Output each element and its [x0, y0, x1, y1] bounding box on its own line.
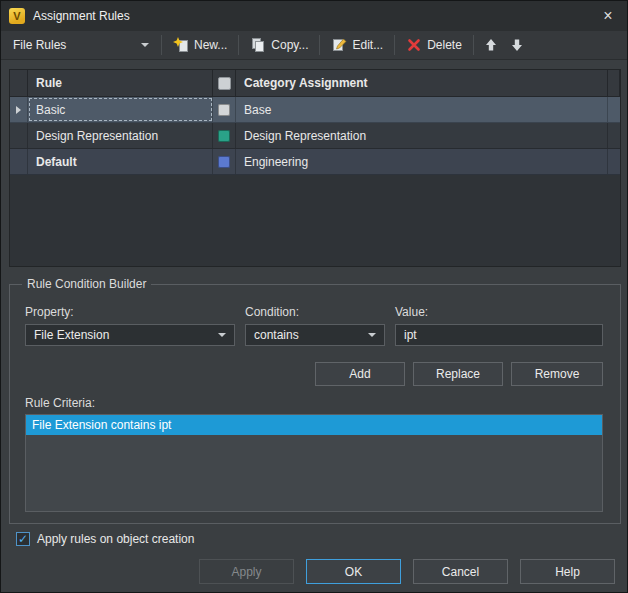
- list-item[interactable]: File Extension contains ipt: [26, 415, 602, 435]
- new-label: New...: [194, 38, 227, 52]
- condition-label: Condition:: [245, 305, 299, 319]
- toolbar-separator: [161, 35, 162, 55]
- ok-button[interactable]: OK: [306, 559, 401, 584]
- assignment-rules-dialog: V Assignment Rules × File Rules New...: [0, 0, 628, 593]
- rule-criteria-label: Rule Criteria:: [25, 396, 95, 410]
- edit-icon: [331, 37, 347, 53]
- category-color-swatch: [218, 104, 230, 116]
- chevron-down-icon: [368, 333, 376, 337]
- value-label: Value:: [395, 305, 428, 319]
- help-button[interactable]: Help: [520, 559, 615, 584]
- window-title: Assignment Rules: [33, 9, 130, 23]
- move-down-button[interactable]: [504, 33, 530, 57]
- toolbar-separator: [319, 35, 320, 55]
- copy-label: Copy...: [271, 38, 308, 52]
- current-row-indicator: [10, 97, 28, 122]
- property-dropdown[interactable]: File Extension: [25, 324, 235, 346]
- rule-cell[interactable]: Default: [28, 149, 213, 174]
- toolbar-separator: [394, 35, 395, 55]
- table-row[interactable]: Default Engineering: [10, 149, 620, 175]
- swatch-cell[interactable]: [213, 97, 236, 122]
- remove-button[interactable]: Remove: [511, 362, 603, 386]
- add-button[interactable]: Add: [315, 362, 405, 386]
- filler-cell: [608, 97, 620, 122]
- vault-logo-letter: V: [13, 10, 20, 22]
- condition-dropdown[interactable]: contains: [245, 324, 385, 346]
- category-color-swatch: [218, 130, 230, 142]
- delete-icon: [406, 37, 422, 53]
- category-cell[interactable]: Engineering: [236, 149, 608, 174]
- edit-label: Edit...: [352, 38, 383, 52]
- apply-button[interactable]: Apply: [199, 559, 294, 584]
- swatch-cell[interactable]: [213, 123, 236, 148]
- property-label: Property:: [25, 305, 74, 319]
- grid-header-row: Rule Category Assignment: [10, 70, 620, 97]
- row-selector-cell: [10, 149, 28, 174]
- category-cell[interactable]: Base: [236, 97, 608, 122]
- delete-button[interactable]: Delete: [399, 33, 469, 57]
- rule-cell[interactable]: Design Representation: [28, 123, 213, 148]
- filler-cell: [608, 149, 620, 174]
- rule-set-dropdown[interactable]: File Rules: [5, 33, 157, 57]
- property-value: File Extension: [34, 328, 109, 342]
- filler-cell: [608, 123, 620, 148]
- rule-cell[interactable]: Basic: [28, 97, 213, 122]
- value-input[interactable]: [395, 324, 603, 346]
- category-cell[interactable]: Design Representation: [236, 123, 608, 148]
- row-selector-cell: [10, 123, 28, 148]
- apply-rules-checkbox-row[interactable]: ✓ Apply rules on object creation: [16, 532, 194, 546]
- replace-button[interactable]: Replace: [413, 362, 503, 386]
- checkmark-icon: ✓: [18, 533, 28, 545]
- chevron-down-icon: [218, 333, 226, 337]
- category-color-swatch: [218, 156, 230, 168]
- table-row[interactable]: Design Representation Design Representat…: [10, 123, 620, 149]
- condition-value: contains: [254, 328, 299, 342]
- grid-header-rule: Rule: [28, 70, 213, 96]
- move-up-button[interactable]: [478, 33, 504, 57]
- delete-label: Delete: [427, 38, 462, 52]
- grid-header-selector: [10, 70, 28, 96]
- groupbox-title: Rule Condition Builder: [22, 277, 151, 291]
- grid-header-category: Category Assignment: [236, 70, 608, 96]
- header-checkbox[interactable]: [218, 77, 231, 90]
- rule-set-value: File Rules: [13, 38, 66, 52]
- titlebar[interactable]: V Assignment Rules ×: [1, 1, 627, 31]
- apply-rules-checkbox-label: Apply rules on object creation: [37, 532, 194, 546]
- down-arrow-icon: [509, 37, 525, 53]
- rule-condition-builder-group: Rule Condition Builder Property: Conditi…: [9, 284, 621, 524]
- apply-rules-checkbox[interactable]: ✓: [16, 532, 30, 546]
- rule-criteria-list[interactable]: File Extension contains ipt: [25, 414, 603, 512]
- close-button[interactable]: ×: [589, 1, 627, 31]
- copy-button[interactable]: Copy...: [243, 33, 315, 57]
- new-button[interactable]: New...: [166, 33, 234, 57]
- toolbar-separator: [238, 35, 239, 55]
- chevron-down-icon: [141, 43, 149, 47]
- rules-grid: Rule Category Assignment Basic Base Desi…: [9, 69, 621, 267]
- table-row[interactable]: Basic Base: [10, 97, 620, 123]
- edit-button[interactable]: Edit...: [324, 33, 390, 57]
- new-icon: [173, 37, 189, 53]
- up-arrow-icon: [483, 37, 499, 53]
- toolbar: File Rules New... Copy...: [1, 31, 627, 60]
- current-row-arrow-icon: [16, 106, 21, 114]
- swatch-cell[interactable]: [213, 149, 236, 174]
- grid-header-filler: [608, 70, 620, 96]
- cancel-button[interactable]: Cancel: [413, 559, 508, 584]
- grid-header-checkbox-cell: [213, 70, 236, 96]
- toolbar-separator: [473, 35, 474, 55]
- vault-logo-icon: V: [9, 8, 25, 24]
- copy-icon: [250, 37, 266, 53]
